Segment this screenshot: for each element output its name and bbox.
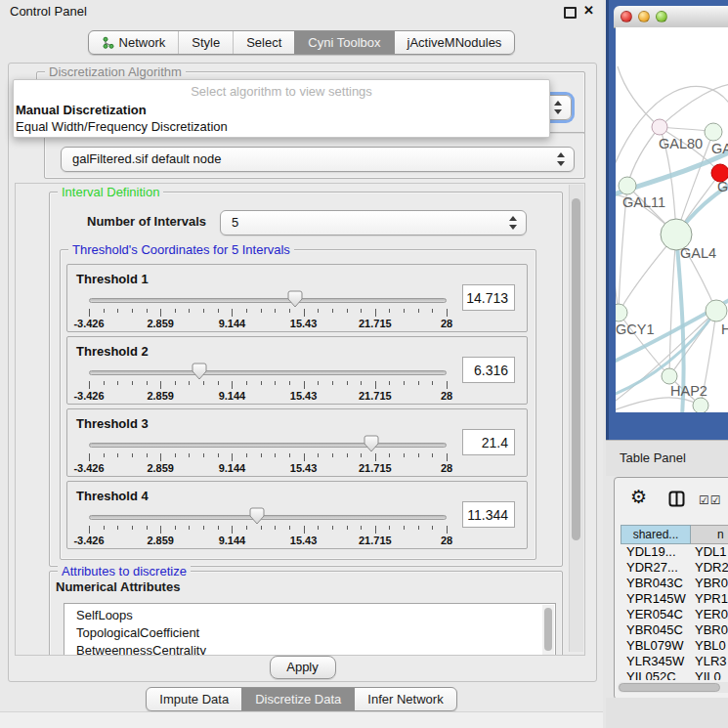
slider-tick-labels: -3.4262.8599.14415.4321.71528 — [89, 318, 447, 329]
checkbox-filter-icons[interactable]: ☑☑ — [699, 493, 722, 507]
table-panel-title: Table Panel — [620, 450, 686, 465]
table-row[interactable]: YIL052C YIL0 — [621, 669, 728, 680]
tab[interactable]: Cyni Toolbox — [294, 31, 393, 54]
combo-stepper-icon — [509, 216, 517, 230]
threshold-panel: Threshold 4 — [66, 481, 528, 549]
table-row[interactable]: YBR045C YBR0 — [621, 622, 728, 638]
table-body: YDL19... YDL1 YDR27... YDR2 YBR043C YBR0… — [621, 544, 728, 680]
zoom-traffic-light-icon[interactable] — [656, 11, 667, 22]
tab[interactable]: Infer Network — [354, 688, 455, 710]
threshold-slider[interactable]: -3.4262.8599.14415.4321.71528 — [89, 482, 447, 548]
network-edge — [627, 127, 660, 186]
slider-track[interactable] — [89, 443, 447, 448]
table-row[interactable]: YDR27... YDR2 — [621, 560, 728, 576]
group-title: Threshold's Coordinates for 5 Intervals — [68, 242, 294, 257]
network-node[interactable] — [662, 368, 677, 384]
table-row[interactable]: YBL079W YBL0 — [621, 638, 728, 654]
numerical-attributes-list[interactable]: SelfLoops TopologicalCoefficient Between… — [64, 603, 556, 656]
cell-shared-name: YPR145W — [621, 591, 691, 607]
network-canvas[interactable]: GAL80GAGGAL11GAL4GCY1HHAP2 — [616, 27, 728, 412]
network-node[interactable] — [693, 398, 708, 412]
slider-thumb-icon[interactable] — [364, 435, 379, 452]
threshold-value-field[interactable]: 14.713 — [462, 284, 515, 311]
slider-track[interactable] — [89, 515, 447, 520]
slider-ticks — [89, 381, 447, 390]
tab[interactable]: Select — [233, 31, 294, 54]
scrollbar-thumb[interactable] — [619, 683, 720, 692]
network-node-label[interactable]: H — [721, 321, 728, 337]
scrollbar-thumb[interactable] — [572, 198, 580, 540]
close-icon[interactable]: ✕ — [583, 3, 594, 18]
network-node-label[interactable]: GAL80 — [659, 136, 703, 151]
thresholds-group: Threshold's Coordinates for 5 Intervals … — [60, 249, 536, 560]
threshold-value-field[interactable]: 6.316 — [462, 357, 515, 383]
column-header-name[interactable]: n — [691, 525, 728, 544]
gear-icon[interactable]: ⚙ — [630, 486, 647, 508]
tab[interactable]: Impute Data — [147, 688, 241, 710]
dropdown-option-label: Manual Discretization — [16, 103, 147, 117]
table-panel: ⚙ ☑☑ shared... n YDL19... YDL1 Y — [614, 477, 728, 700]
slider-thumb-icon[interactable] — [287, 290, 303, 308]
tab[interactable]: Network — [89, 31, 179, 54]
num-intervals-label: Number of Intervals — [87, 214, 206, 229]
cell-shared-name: YDR27... — [621, 560, 691, 576]
dropdown-option[interactable]: Equal Width/Frequency Discretization — [16, 118, 547, 135]
num-intervals-combobox[interactable]: 5 — [220, 210, 527, 236]
table-horizontal-scrollbar[interactable] — [618, 682, 728, 693]
table-row[interactable]: YPR145W YPR1 — [621, 591, 728, 607]
network-node-label[interactable]: GCY1 — [616, 321, 655, 337]
tab-label: Select — [246, 31, 281, 54]
dropdown-option[interactable]: Manual Discretization — [16, 102, 547, 118]
threshold-slider[interactable]: -3.4262.8599.14415.4321.71528 — [89, 265, 447, 331]
attribute-list-item[interactable]: SelfLoops — [64, 607, 555, 624]
columns-icon[interactable] — [668, 491, 685, 511]
settings-vertical-scrollbar[interactable] — [569, 185, 583, 652]
table-row[interactable]: YDL19... YDL1 — [621, 544, 728, 560]
table-row[interactable]: YLR345W YLR3 — [621, 654, 728, 669]
threshold-panel: Threshold 2 — [66, 336, 528, 405]
combo-value: galFiltered.sif default node — [72, 151, 221, 166]
combo-stepper-icon — [554, 101, 562, 114]
combo-stepper-icon — [557, 152, 565, 166]
network-node[interactable] — [705, 123, 722, 141]
tab[interactable]: Style — [178, 31, 233, 54]
network-node-label[interactable]: HAP2 — [670, 383, 707, 399]
cell-name: YDR2 — [691, 560, 728, 576]
apply-button[interactable]: Apply — [270, 656, 336, 679]
slider-thumb-icon[interactable] — [249, 507, 265, 525]
network-window-titlebar[interactable] — [614, 6, 728, 28]
network-node-label[interactable]: G — [717, 179, 728, 194]
slider-thumb-icon[interactable] — [192, 363, 207, 380]
table-row[interactable]: YER054C YER0 — [621, 607, 728, 622]
network-node-label[interactable]: GAL11 — [622, 194, 665, 210]
attribute-list-item[interactable]: TopologicalCoefficient — [64, 624, 555, 642]
list-scrollbar-thumb[interactable] — [544, 608, 552, 651]
tab[interactable]: Discretize Data — [241, 688, 354, 710]
table-row[interactable]: YBR043C YBR0 — [621, 576, 728, 591]
float-window-icon[interactable] — [564, 7, 577, 19]
dropdown-option-label: Equal Width/Frequency Discretization — [16, 119, 228, 134]
threshold-slider[interactable]: -3.4262.8599.14415.4321.71528 — [89, 337, 447, 404]
settings-scrollpane: Interval Definition Number of Intervals … — [15, 183, 585, 656]
table-data-combobox[interactable]: galFiltered.sif default node — [61, 147, 575, 172]
network-node[interactable] — [616, 304, 627, 321]
network-graph: GAL80GAGGAL11GAL4GCY1HHAP2 — [616, 27, 728, 412]
network-node[interactable] — [652, 119, 667, 135]
network-node-label[interactable]: GA — [711, 141, 728, 156]
network-node-label[interactable]: GAL4 — [680, 245, 716, 261]
threshold-slider[interactable]: -3.4262.8599.14415.4321.71528 — [89, 409, 447, 476]
tab[interactable]: jActiveMNodules — [394, 31, 515, 54]
threshold-value-field[interactable]: 11.344 — [462, 501, 515, 528]
network-node[interactable] — [619, 177, 636, 194]
close-traffic-light-icon[interactable] — [621, 11, 632, 22]
tab-label: Discretize Data — [255, 688, 341, 710]
attribute-list-item[interactable]: BetweennessCentrality — [64, 642, 555, 656]
network-node[interactable] — [706, 300, 727, 321]
cell-shared-name: YER054C — [621, 607, 691, 622]
slider-track[interactable] — [89, 298, 447, 303]
minimize-traffic-light-icon[interactable] — [638, 11, 650, 22]
slider-track[interactable] — [89, 370, 447, 375]
threshold-value-field[interactable]: 21.4 — [462, 429, 515, 455]
list-scrollbar[interactable] — [542, 605, 554, 656]
column-header-shared[interactable]: shared... — [621, 525, 691, 544]
